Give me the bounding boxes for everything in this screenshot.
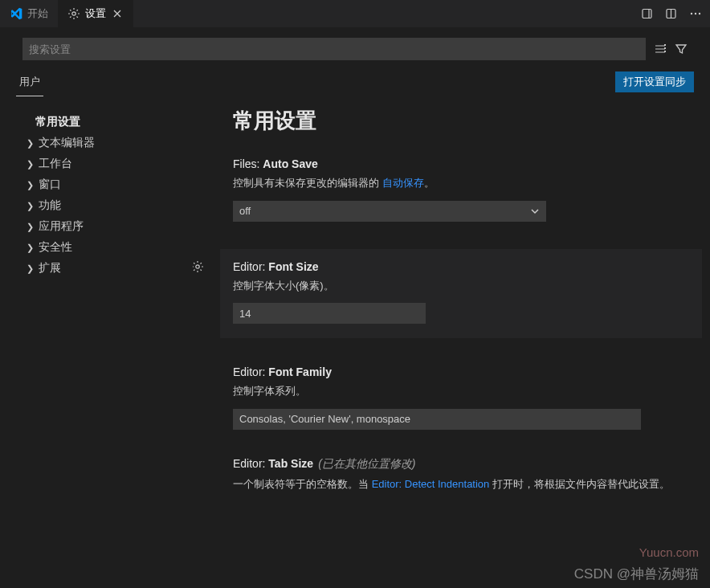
select-value: off [239, 205, 251, 217]
sidebar-item-label: 功能 [39, 198, 61, 213]
setting-title: Files: Auto Save [233, 157, 686, 170]
sidebar-item-label: 扩展 [39, 261, 61, 276]
detect-indentation-link[interactable]: Editor: Detect Indentation [372, 478, 490, 490]
tab-settings[interactable]: 设置 [58, 0, 133, 28]
sidebar-item-extensions[interactable]: ❯扩展 [24, 258, 193, 279]
more-icon[interactable] [689, 7, 702, 20]
svg-point-5 [699, 13, 700, 14]
sidebar-item-text-editor[interactable]: ❯文本编辑器 [24, 133, 193, 153]
sidebar-item-security[interactable]: ❯安全性 [24, 237, 193, 258]
svg-point-6 [196, 264, 199, 267]
vscode-icon [10, 7, 22, 20]
sidebar-item-label: 安全性 [39, 240, 72, 255]
chevron-right-icon: ❯ [24, 138, 35, 149]
sidebar-item-features[interactable]: ❯功能 [24, 195, 193, 216]
setting-desc: 控制具有未保存更改的编辑器的 自动保存。 [233, 175, 686, 191]
sidebar-item-label: 文本编辑器 [39, 136, 95, 150]
setting-title: Editor: Font Family [233, 365, 686, 378]
sidebar-item-label: 应用程序 [39, 219, 84, 234]
setting-desc: 控制字体系列。 [233, 383, 686, 399]
chevron-right-icon: ❯ [24, 243, 35, 253]
auto-save-link[interactable]: 自动保存 [382, 177, 424, 189]
setting-tab-size: Editor: Tab Size(已在其他位置修改) 一个制表符等于的空格数。当… [233, 457, 686, 492]
sidebar-item-window[interactable]: ❯窗口 [24, 174, 193, 195]
chevron-right-icon: ❯ [24, 201, 35, 211]
setting-auto-save: Files: Auto Save 控制具有未保存更改的编辑器的 自动保存。 of… [233, 157, 686, 222]
page-title: 常用设置 [233, 107, 686, 135]
tab-welcome-label: 开始 [27, 6, 48, 21]
settings-search-bar [16, 38, 694, 60]
setting-font-family: Editor: Font Family 控制字体系列。 [233, 365, 686, 430]
split-editor-icon[interactable] [665, 7, 678, 20]
setting-font-size: Editor: Font Size 控制字体大小(像素)。 [220, 249, 702, 339]
setting-title: Editor: Tab Size(已在其他位置修改) [233, 457, 686, 472]
sidebar-item-workbench[interactable]: ❯工作台 [24, 153, 193, 174]
svg-point-4 [695, 13, 696, 14]
svg-point-0 [72, 12, 75, 15]
settings-sync-button[interactable]: 打开设置同步 [615, 71, 694, 92]
tab-settings-label: 设置 [85, 6, 106, 21]
svg-point-3 [691, 13, 692, 14]
tab-actions [641, 7, 710, 20]
gear-icon [67, 7, 80, 20]
watermark-yuucn: Yuucn.com [639, 545, 699, 559]
svg-rect-1 [643, 10, 651, 18]
search-input[interactable] [22, 38, 646, 60]
settings-content: 常用设置 Files: Auto Save 控制具有未保存更改的编辑器的 自动保… [193, 97, 710, 588]
tab-welcome[interactable]: 开始 [0, 0, 58, 28]
chevron-right-icon: ❯ [24, 263, 35, 274]
font-family-input[interactable] [233, 409, 641, 430]
filter-icon[interactable] [675, 43, 688, 55]
toggle-sidebar-icon[interactable] [641, 7, 654, 20]
sidebar-item-label: 窗口 [39, 178, 61, 192]
scope-tabs: 用户 打开设置同步 [0, 67, 710, 97]
setting-desc: 控制字体大小(像素)。 [233, 278, 689, 294]
chevron-right-icon: ❯ [24, 180, 35, 190]
auto-save-select[interactable]: off [233, 201, 546, 222]
settings-body: 常用设置 ❯文本编辑器 ❯工作台 ❯窗口 ❯功能 ❯应用程序 ❯安全性 ❯扩展 … [0, 97, 710, 588]
clear-search-icon[interactable] [654, 43, 667, 55]
settings-sidebar: 常用设置 ❯文本编辑器 ❯工作台 ❯窗口 ❯功能 ❯应用程序 ❯安全性 ❯扩展 [0, 97, 193, 588]
scope-tab-user[interactable]: 用户 [16, 68, 43, 96]
watermark-csdn: CSDN @神兽汤姆猫 [574, 565, 699, 583]
chevron-right-icon: ❯ [24, 222, 35, 232]
sidebar-item-application[interactable]: ❯应用程序 [24, 216, 193, 237]
tab-bar: 开始 设置 [0, 0, 710, 28]
setting-title: Editor: Font Size [233, 260, 689, 273]
chevron-down-icon [530, 206, 540, 216]
close-icon[interactable] [111, 7, 124, 20]
sidebar-heading-common[interactable]: 常用设置 [24, 112, 193, 133]
gear-icon[interactable] [193, 260, 204, 273]
setting-desc: 一个制表符等于的空格数。当 Editor: Detect Indentation… [233, 476, 686, 492]
font-size-input[interactable] [233, 303, 426, 324]
sidebar-item-label: 工作台 [39, 157, 72, 171]
chevron-right-icon: ❯ [24, 159, 35, 169]
